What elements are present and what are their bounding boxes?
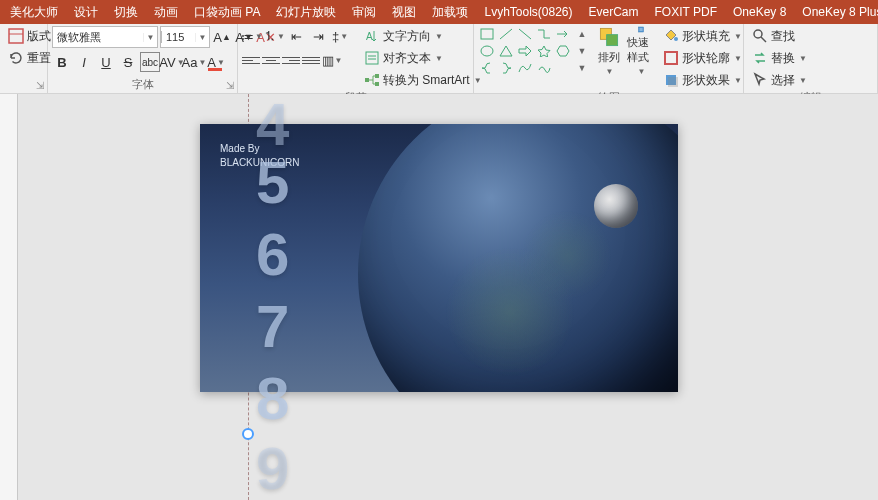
italic-button[interactable]: I <box>74 52 94 72</box>
replace-button[interactable]: 替换▼ <box>748 48 811 68</box>
shape-expand[interactable]: ▲ <box>573 26 591 42</box>
tab-transition[interactable]: 切换 <box>106 0 146 24</box>
align-center[interactable] <box>262 52 280 68</box>
ribbon-tabs: 美化大师 设计 切换 动画 口袋动画 PA 幻灯片放映 审阅 视图 加载项 Lv… <box>0 0 878 24</box>
number-7[interactable]: 7 <box>256 292 289 361</box>
svg-rect-7 <box>365 78 369 82</box>
selection-handle[interactable] <box>242 428 254 440</box>
shape-free[interactable] <box>535 60 553 76</box>
shape-effects[interactable]: 形状效果▼ <box>659 70 746 90</box>
tab-design[interactable]: 设计 <box>66 0 106 24</box>
quickstyle-button[interactable]: 快速样式▼ <box>627 26 655 76</box>
text-dir-icon: A <box>364 28 380 44</box>
char-spacing[interactable]: AV▼ <box>162 52 182 72</box>
group-clipboard: 版式▼ 重置 ⇲ <box>0 24 48 93</box>
shape-curve[interactable] <box>516 60 534 76</box>
shape-tri[interactable] <box>497 43 515 59</box>
svg-rect-8 <box>375 74 379 78</box>
tab-slideshow[interactable]: 幻灯片放映 <box>268 0 344 24</box>
textbox-button[interactable]: abc <box>140 52 160 72</box>
quick-icon <box>627 26 655 33</box>
svg-line-12 <box>519 29 531 39</box>
svg-rect-19 <box>665 52 677 64</box>
shape-outline[interactable]: 形状轮廓▼ <box>659 48 746 68</box>
ribbon: 版式▼ 重置 ⇲ 微软雅黑▼ 115▼ A▲ A▼ A✕ B I U S abc… <box>0 24 878 94</box>
line-spacing[interactable]: ‡▼ <box>330 26 350 46</box>
align-right[interactable] <box>282 52 300 68</box>
shape-rarrow[interactable] <box>516 43 534 59</box>
arrange-button[interactable]: 排列▼ <box>595 26 623 76</box>
svg-text:A: A <box>366 31 373 42</box>
svg-rect-9 <box>375 82 379 86</box>
shape-oval[interactable] <box>478 43 496 59</box>
underline-button[interactable]: U <box>96 52 116 72</box>
svg-point-22 <box>754 30 762 38</box>
tab-onekey8plus[interactable]: OneKey 8 Plus <box>794 0 878 24</box>
font-launcher[interactable]: ⇲ <box>226 79 234 93</box>
shape-blank <box>554 60 572 76</box>
tab-onekey8[interactable]: OneKey 8 <box>725 0 794 24</box>
shape-arrow[interactable] <box>554 26 572 42</box>
tab-addins[interactable]: 加载项 <box>424 0 476 24</box>
tab-view[interactable]: 视图 <box>384 0 424 24</box>
shape-lbrace[interactable] <box>478 60 496 76</box>
group-editing: 查找 替换▼ 选择▼ 编辑 <box>744 24 878 93</box>
svg-point-13 <box>481 46 493 56</box>
shape-scroll[interactable]: ▼ <box>573 43 591 59</box>
numbering[interactable]: ⒈▼ <box>264 26 284 46</box>
arrange-icon <box>595 26 623 48</box>
align-text[interactable]: 对齐文本▼ <box>360 48 486 68</box>
bullets[interactable]: ≔▼ <box>242 26 262 46</box>
bold-button[interactable]: B <box>52 52 72 72</box>
tab-beautify[interactable]: 美化大师 <box>2 0 66 24</box>
group-drawing: ▲ ▼ ▼ 排列▼ 快速样式▼ 形状填充▼ 形状轮廓▼ 形状效果▼ <box>474 24 744 93</box>
svg-rect-15 <box>607 35 618 46</box>
tab-lvyh[interactable]: LvyhTools(0826) <box>476 0 580 24</box>
effects-icon <box>663 72 679 88</box>
font-color[interactable]: A▼ <box>206 52 226 72</box>
shape-star[interactable] <box>535 43 553 59</box>
shape-connector[interactable] <box>535 26 553 42</box>
number-9[interactable]: 9 <box>256 434 289 500</box>
shape-hex[interactable] <box>554 43 572 59</box>
shape-more[interactable]: ▼ <box>573 60 591 76</box>
svg-rect-17 <box>640 28 643 31</box>
clipboard-launcher[interactable]: ⇲ <box>36 79 44 93</box>
number-5[interactable]: 5 <box>256 148 289 217</box>
indent-inc[interactable]: ⇥ <box>308 26 328 46</box>
text-direction[interactable]: A文字方向▼ <box>360 26 486 46</box>
replace-icon <box>752 50 768 66</box>
select-button[interactable]: 选择▼ <box>748 70 811 90</box>
change-case[interactable]: Aa▼ <box>184 52 204 72</box>
shapes-gallery[interactable]: ▲ ▼ ▼ <box>478 26 591 76</box>
shape-line[interactable] <box>497 26 515 42</box>
tab-evercam[interactable]: EverCam <box>581 0 647 24</box>
number-6[interactable]: 6 <box>256 220 289 289</box>
shape-rbrace[interactable] <box>497 60 515 76</box>
group-font: 微软雅黑▼ 115▼ A▲ A▼ A✕ B I U S abc AV▼ Aa▼ … <box>48 24 238 93</box>
align-justify[interactable] <box>302 52 320 68</box>
columns[interactable]: ▥▼ <box>322 50 342 70</box>
smartart-button[interactable]: 转换为 SmartArt▼ <box>360 70 486 90</box>
indent-dec[interactable]: ⇤ <box>286 26 306 46</box>
layout-icon <box>8 28 24 44</box>
outline-icon <box>663 50 679 66</box>
find-button[interactable]: 查找 <box>748 26 811 46</box>
shape-rect[interactable] <box>478 26 496 42</box>
tab-pa[interactable]: 口袋动画 PA <box>186 0 268 24</box>
slide-canvas[interactable]: Made By BLACKUNICORN 4 5 6 7 8 9 <box>0 94 878 500</box>
shape-line2[interactable] <box>516 26 534 42</box>
tab-review[interactable]: 审阅 <box>344 0 384 24</box>
number-8[interactable]: 8 <box>256 364 289 433</box>
shape-fill[interactable]: 形状填充▼ <box>659 26 746 46</box>
grow-font[interactable]: A▲ <box>212 27 232 47</box>
font-group-label: 字体 <box>132 78 154 90</box>
smartart-icon <box>364 72 380 88</box>
align-left[interactable] <box>242 52 260 68</box>
tab-foxit[interactable]: FOXIT PDF <box>647 0 725 24</box>
font-name-combo[interactable]: 微软雅黑▼ <box>52 26 158 48</box>
font-size-combo[interactable]: 115▼ <box>160 26 210 48</box>
group-paragraph: ≔▼ ⒈▼ ⇤ ⇥ ‡▼ ▥▼ A文字方向▼ 对齐文本▼ 转换为 SmartAr… <box>238 24 474 93</box>
strike-button[interactable]: S <box>118 52 138 72</box>
tab-animation[interactable]: 动画 <box>146 0 186 24</box>
